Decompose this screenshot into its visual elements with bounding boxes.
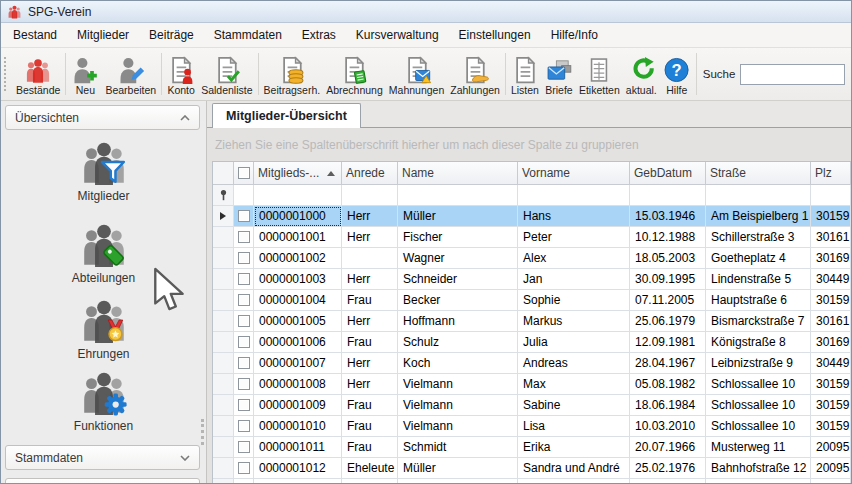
cell-mitgliedsnr[interactable]: 0000001004 <box>254 290 342 311</box>
menu-bestand[interactable]: Bestand <box>3 24 67 46</box>
cell-mitgliedsnr[interactable]: 0000001008 <box>254 374 342 395</box>
cell-plz[interactable]: 30169 <box>811 248 851 269</box>
cell-name[interactable]: Schneider <box>398 269 518 290</box>
konto-button[interactable]: Konto <box>164 50 198 98</box>
cell-vorname[interactable]: Andreas <box>518 353 630 374</box>
column-header-vorname[interactable]: Vorname <box>518 162 630 185</box>
cell-gebdatum[interactable]: 30.09.1995 <box>630 269 706 290</box>
cell-name[interactable]: Vielmann <box>398 416 518 437</box>
search-input[interactable] <box>740 64 845 85</box>
row-checkbox[interactable] <box>234 353 254 374</box>
cell-anrede[interactable] <box>342 248 398 269</box>
row-checkbox[interactable] <box>234 227 254 248</box>
cell-gebdatum[interactable]: 18.06.1984 <box>630 395 706 416</box>
cell-mitgliedsnr[interactable]: 0000001011 <box>254 437 342 458</box>
cell-vorname[interactable]: Julia <box>518 332 630 353</box>
row-checkbox[interactable] <box>234 290 254 311</box>
table-row[interactable]: 0000001012 Eheleute Müller Sandra und An… <box>213 458 851 479</box>
cell-vorname[interactable]: Lisa <box>518 416 630 437</box>
cell-vorname[interactable]: Sandra und André <box>518 458 630 479</box>
cell-gebdatum[interactable]: 05.08.1982 <box>630 374 706 395</box>
column-header-strasse[interactable]: Straße <box>706 162 811 185</box>
filter-cell[interactable] <box>254 185 342 206</box>
cell-gebdatum[interactable]: 10.03.2010 <box>630 416 706 437</box>
cell-strasse[interactable]: Bismarckstraße 7 <box>706 311 811 332</box>
hilfe-button[interactable]: ? Hilfe <box>660 50 694 98</box>
cell-gebdatum[interactable]: 12.09.1981 <box>630 332 706 353</box>
table-row[interactable]: 0000001010 Frau Vielmann Lisa 10.03.2010… <box>213 416 851 437</box>
cell-name[interactable]: Wagner <box>398 248 518 269</box>
sidebar-section-uebersichten[interactable]: Übersichten <box>5 105 200 130</box>
cell-mitgliedsnr[interactable]: 0000001007 <box>254 353 342 374</box>
cell-name[interactable]: Vielmann <box>398 374 518 395</box>
cell-name[interactable]: Schulz <box>398 332 518 353</box>
tab-mitglieder-uebersicht[interactable]: Mitglieder-Übersicht <box>212 103 361 128</box>
cell-vorname[interactable]: Hans <box>518 206 630 227</box>
cell-vorname[interactable]: Peter <box>518 227 630 248</box>
cell-gebdatum[interactable]: 15.03.1946 <box>630 206 706 227</box>
cell-plz[interactable]: 30159 <box>811 290 851 311</box>
cell-strasse[interactable]: Schlossallee 10 <box>706 374 811 395</box>
cell-name[interactable]: Fischer <box>398 227 518 248</box>
filter-cell[interactable] <box>811 185 851 206</box>
table-row[interactable]: 0000001000 Herr Müller Hans 15.03.1946 A… <box>213 206 851 227</box>
table-row[interactable]: 0000001007 Herr Koch Andreas 28.04.1967 … <box>213 353 851 374</box>
cell-strasse[interactable]: Musterweg 11 <box>706 437 811 458</box>
toolbar-grip[interactable] <box>4 57 11 91</box>
table-row[interactable]: 0000001011 Frau Schmidt Erika 20.07.1966… <box>213 437 851 458</box>
cell-anrede[interactable]: Frau <box>342 290 398 311</box>
column-header-plz[interactable]: Plz <box>811 162 851 185</box>
cell-plz[interactable]: 30159 <box>811 374 851 395</box>
cell-plz[interactable]: 30159 <box>811 416 851 437</box>
menu-beitraege[interactable]: Beiträge <box>139 24 204 46</box>
menu-hilfe-info[interactable]: Hilfe/Info <box>541 24 608 46</box>
mahnungen-button[interactable]: Mahnungen <box>386 50 447 98</box>
listen-button[interactable]: Listen <box>508 50 542 98</box>
sidebar-item-mitglieder[interactable]: Mitglieder <box>1 137 206 203</box>
cell-name[interactable]: Vielmann <box>398 395 518 416</box>
column-header-mitgliedsnr[interactable]: Mitglieds-... <box>254 162 342 185</box>
sidebar-splitter-grip[interactable] <box>201 419 204 445</box>
cell-strasse[interactable]: Bahnhofstraße 12 <box>706 458 811 479</box>
table-row[interactable]: 0000001009 Frau Vielmann Sabine 18.06.19… <box>213 395 851 416</box>
cell-strasse[interactable]: Schlossallee 10 <box>706 416 811 437</box>
column-header-anrede[interactable]: Anrede <box>342 162 398 185</box>
row-checkbox[interactable] <box>234 206 254 227</box>
select-all-checkbox[interactable] <box>234 162 254 185</box>
cell-strasse[interactable]: Schlossallee 10 <box>706 395 811 416</box>
abrechnung-button[interactable]: Abrechnung <box>323 50 386 98</box>
cell-anrede[interactable]: Frau <box>342 416 398 437</box>
bearbeiten-button[interactable]: Bearbeiten <box>102 50 159 98</box>
cell-strasse[interactable]: Lindenstraße 5 <box>706 269 811 290</box>
cell-mitgliedsnr[interactable]: 0000001006 <box>254 332 342 353</box>
row-checkbox[interactable] <box>234 332 254 353</box>
cell-anrede[interactable]: Herr <box>342 311 398 332</box>
filter-cell[interactable] <box>342 185 398 206</box>
row-checkbox[interactable] <box>234 458 254 479</box>
cell-plz[interactable]: 30161 <box>811 311 851 332</box>
neu-button[interactable]: Neu <box>68 50 102 98</box>
cell-name[interactable]: Hoffmann <box>398 311 518 332</box>
menu-mitglieder[interactable]: Mitglieder <box>67 24 139 46</box>
cell-gebdatum[interactable]: 28.04.1967 <box>630 353 706 374</box>
menu-einstellungen[interactable]: Einstellungen <box>449 24 541 46</box>
cell-mitgliedsnr[interactable]: 0000001012 <box>254 458 342 479</box>
cell-gebdatum[interactable]: 07.11.2005 <box>630 290 706 311</box>
cell-plz[interactable]: 30161 <box>811 227 851 248</box>
cell-vorname[interactable]: Jan <box>518 269 630 290</box>
row-checkbox[interactable] <box>234 248 254 269</box>
cell-gebdatum[interactable]: 10.12.1988 <box>630 227 706 248</box>
menu-stammdaten[interactable]: Stammdaten <box>204 24 292 46</box>
cell-vorname[interactable]: Erika <box>518 437 630 458</box>
table-row[interactable]: 0000001002 Wagner Alex 18.05.2003 Goethe… <box>213 248 851 269</box>
cell-mitgliedsnr[interactable]: 0000001001 <box>254 227 342 248</box>
column-header-name[interactable]: Name <box>398 162 518 185</box>
sidebar-item-funktionen[interactable]: Funktionen <box>1 367 206 433</box>
cell-anrede[interactable]: Eheleute <box>342 458 398 479</box>
cell-plz[interactable]: 20095 <box>811 437 851 458</box>
cell-vorname[interactable]: Max <box>518 374 630 395</box>
table-row[interactable]: 0000001008 Herr Vielmann Max 05.08.1982 … <box>213 374 851 395</box>
cell-plz[interactable]: 30449 <box>811 269 851 290</box>
filter-cell[interactable] <box>234 185 254 206</box>
cell-anrede[interactable]: Herr <box>342 206 398 227</box>
